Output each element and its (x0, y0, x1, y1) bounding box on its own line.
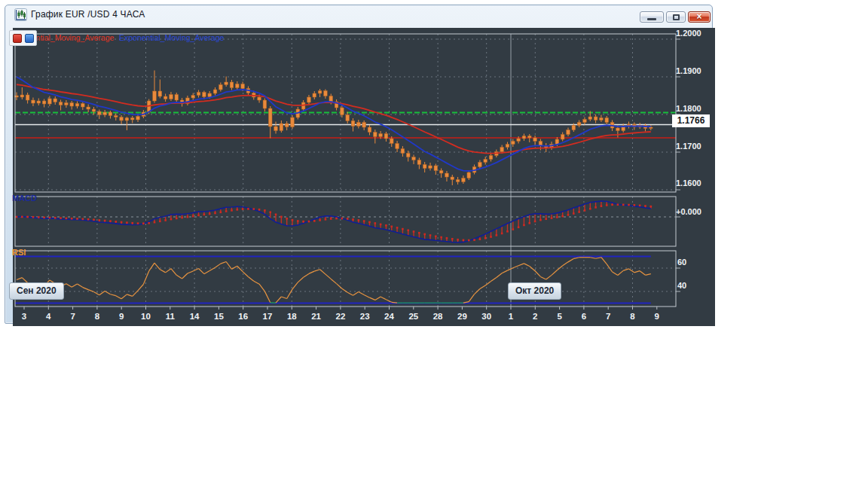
x-tick-label: 29 (457, 312, 467, 321)
x-tick-label: 8 (630, 312, 635, 321)
x-tick-label: 7 (70, 312, 75, 321)
month-button-september[interactable]: Сен 2020 (9, 282, 64, 300)
close-button[interactable]: × (688, 11, 711, 23)
x-tick-label: 9 (655, 312, 659, 321)
legend-swatch-blue-icon[interactable] (25, 34, 34, 43)
titlebar[interactable]: График EUR /USD 4 ЧАСА × (5, 5, 712, 23)
window-title: График EUR /USD 4 ЧАСА (31, 9, 145, 20)
x-tick-label: 28 (433, 312, 443, 321)
month-button-october[interactable]: Окт 2020 (508, 282, 561, 300)
macd-signal-dots (16, 203, 652, 241)
legend-swatch-box[interactable] (9, 30, 37, 46)
macd-zero-label: +0.000 (676, 207, 701, 217)
chart-client-area[interactable]: 3478910111415161718212223242528293012567… (13, 28, 715, 326)
macd-panel-label: MACD (12, 194, 37, 203)
price-chart-svg[interactable]: 3478910111415161718212223242528293012567… (13, 28, 715, 326)
price-tick-label: 1.1700 (676, 142, 701, 151)
x-tick-label: 17 (263, 312, 273, 321)
x-tick-label: 21 (311, 312, 321, 321)
x-tick-label: 10 (141, 312, 151, 321)
panel-border (15, 197, 676, 246)
minimize-icon (647, 18, 656, 20)
window: График EUR /USD 4 ЧАСА × 347891011141516… (5, 5, 713, 324)
x-tick-label: 24 (384, 312, 394, 321)
x-tick-label: 4 (46, 312, 51, 321)
ema-fast-line (17, 77, 651, 171)
x-tick-label: 11 (166, 312, 176, 321)
x-tick-label: 1 (509, 312, 514, 321)
x-tick-label: 15 (214, 312, 224, 321)
macd-histogram (16, 201, 651, 242)
price-tick-label: 1.1900 (676, 66, 701, 76)
minimize-button[interactable] (640, 11, 664, 23)
x-tick-label: 9 (119, 312, 124, 321)
x-tick-label: 23 (360, 312, 370, 321)
price-tick-label: 1.2000 (676, 29, 701, 38)
macd-line (17, 201, 651, 242)
rsi-tick-40: 40 (677, 281, 686, 291)
panel-border (15, 251, 676, 307)
x-tick-label: 14 (190, 312, 200, 321)
legend-swatch-red-icon[interactable] (13, 34, 22, 43)
price-tick-label: 1.1800 (676, 104, 701, 114)
legend-ema-blue-label: Exponential_Moving_Average (119, 33, 224, 42)
x-tick-label: 7 (606, 312, 610, 321)
maximize-icon (673, 14, 680, 20)
current-price-badge: 1.1766 (672, 114, 710, 127)
x-tick-label: 18 (287, 312, 297, 321)
x-tick-label: 2 (533, 312, 537, 321)
x-tick-label: 22 (336, 312, 346, 321)
price-tick-label: 1.1600 (676, 178, 701, 188)
rsi-panel-label: RSI (12, 248, 26, 257)
x-tick-label: 3 (22, 312, 26, 321)
maximize-button[interactable] (666, 11, 686, 23)
x-tick-label: 8 (95, 312, 100, 321)
x-tick-label: 16 (238, 312, 248, 321)
x-tick-label: 5 (557, 312, 562, 321)
candlestick-chart-icon (14, 8, 27, 21)
time-axis[interactable]: 3478910111415161718212223242528293012567… (22, 307, 659, 321)
x-tick-label: 25 (408, 312, 418, 321)
rsi-tick-60: 60 (677, 258, 686, 267)
x-tick-label: 6 (582, 312, 586, 321)
grid-layer (15, 34, 680, 307)
x-tick-label: 30 (481, 312, 491, 321)
candles-layer (15, 71, 653, 186)
